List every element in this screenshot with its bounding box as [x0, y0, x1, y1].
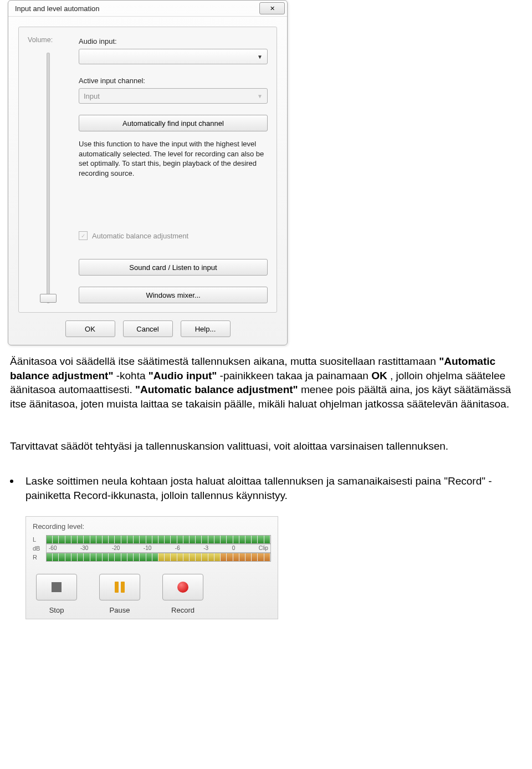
record-icon: [177, 582, 188, 593]
meter-right: [46, 553, 271, 562]
doc-paragraph-2: Tarvittavat säädöt tehtyäsi ja tallennus…: [10, 439, 515, 454]
active-channel-value: Input: [84, 92, 257, 100]
ok-button[interactable]: OK: [65, 320, 115, 337]
transport-controls: Stop Pause Record: [36, 574, 271, 614]
meter-left: [46, 535, 271, 544]
volume-slider[interactable]: [47, 53, 50, 303]
chevron-down-icon: ▼: [257, 54, 263, 60]
close-button[interactable]: ✕: [259, 2, 285, 14]
windows-mixer-button[interactable]: Windows mixer...: [79, 287, 268, 303]
record-button[interactable]: [162, 574, 203, 600]
soundcard-button[interactable]: Sound card / Listen to input: [79, 259, 268, 276]
dialog-action-row: OK Cancel Help...: [18, 320, 277, 337]
cancel-button[interactable]: Cancel: [123, 320, 173, 337]
doc-bullet-1: Laske soittimen neula kohtaan josta halu…: [10, 474, 515, 502]
recording-level-panel: Recording level: L dB -60-30-20-10-6-30C…: [25, 516, 278, 619]
auto-balance-row: ✓ Automatic balance adjustment: [79, 231, 268, 240]
db-label: dB: [33, 545, 43, 552]
dialog-title: Input and level automation: [15, 4, 100, 13]
doc-paragraph-1: Äänitasoa voi säädellä itse säätimestä t…: [10, 354, 515, 411]
db-scale: -60-30-20-10-6-30Clip: [46, 544, 271, 553]
settings-panel: Volume: Audio input: ▼ Active input chan…: [18, 27, 277, 313]
input-level-dialog: Input and level automation ✕ Volume: Aud…: [8, 0, 288, 345]
stop-button[interactable]: [36, 574, 77, 600]
right-column: Audio input: ▼ Active input channel: Inp…: [79, 36, 268, 303]
volume-label: Volume:: [28, 36, 53, 44]
pause-button[interactable]: [99, 574, 140, 600]
volume-column: Volume:: [28, 36, 69, 303]
active-channel-combo: Input ▼: [79, 88, 268, 104]
help-button[interactable]: Help...: [181, 320, 231, 337]
active-channel-label: Active input channel:: [79, 77, 268, 85]
dialog-body: Volume: Audio input: ▼ Active input chan…: [8, 17, 287, 345]
auto-balance-checkbox: ✓: [79, 231, 88, 240]
meter-row-left: L: [33, 535, 271, 544]
channel-r-label: R: [33, 554, 43, 561]
pause-icon: [115, 582, 125, 593]
stop-label: Stop: [49, 606, 64, 614]
audio-input-label: Audio input:: [79, 37, 268, 45]
help-text: Use this function to have the input with…: [79, 139, 268, 178]
db-scale-row: dB -60-30-20-10-6-30Clip: [33, 544, 271, 553]
recording-level-title: Recording level:: [33, 522, 271, 531]
audio-input-combo[interactable]: ▼: [79, 49, 268, 64]
pause-label: Pause: [110, 606, 130, 614]
titlebar: Input and level automation ✕: [8, 1, 287, 17]
chevron-down-icon: ▼: [257, 93, 263, 99]
meter-row-right: R: [33, 553, 271, 562]
close-icon: ✕: [270, 5, 275, 12]
auto-balance-label: Automatic balance adjustment: [92, 232, 188, 240]
meter-block: L dB -60-30-20-10-6-30Clip R: [33, 535, 271, 562]
record-label: Record: [171, 606, 195, 614]
bullet-icon: [10, 480, 13, 483]
stop-icon: [52, 582, 62, 592]
auto-find-channel-button[interactable]: Automatically find input channel: [79, 115, 268, 131]
channel-l-label: L: [33, 536, 43, 543]
volume-slider-thumb[interactable]: [40, 294, 57, 303]
